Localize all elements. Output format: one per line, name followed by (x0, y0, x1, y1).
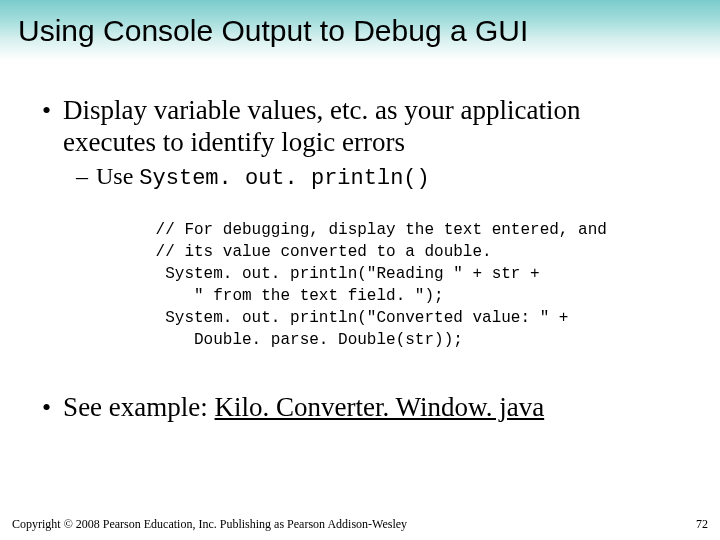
bullet-dot-icon: • (42, 95, 51, 127)
bullet-level1-see: • See example: Kilo. Converter. Window. … (42, 391, 678, 424)
bullet-level2: – Use System. out. println() (76, 162, 678, 193)
footer: Copyright © 2008 Pearson Education, Inc.… (12, 517, 708, 532)
code-block: // For debugging, display the text enter… (146, 219, 678, 351)
page-number: 72 (696, 517, 708, 532)
see-prefix: See example: (63, 392, 214, 422)
sub-bullet-text: Use System. out. println() (96, 162, 430, 193)
slide: Using Console Output to Debug a GUI • Di… (0, 0, 720, 540)
sub-code: System. out. println() (139, 166, 429, 191)
copyright-text: Copyright © 2008 Pearson Education, Inc.… (12, 517, 407, 532)
slide-title: Using Console Output to Debug a GUI (18, 12, 702, 50)
see-example-text: See example: Kilo. Converter. Window. ja… (63, 391, 544, 423)
sub-prefix: Use (96, 163, 139, 189)
bullet-dot-icon: • (42, 392, 51, 424)
content-area: • Display variable values, etc. as your … (0, 60, 720, 424)
bullet-dash-icon: – (76, 162, 88, 190)
bullet-level1: • Display variable values, etc. as your … (42, 94, 678, 158)
bullet-text: Display variable values, etc. as your ap… (63, 94, 678, 158)
title-band: Using Console Output to Debug a GUI (0, 0, 720, 60)
see-example-link[interactable]: Kilo. Converter. Window. java (215, 392, 545, 422)
